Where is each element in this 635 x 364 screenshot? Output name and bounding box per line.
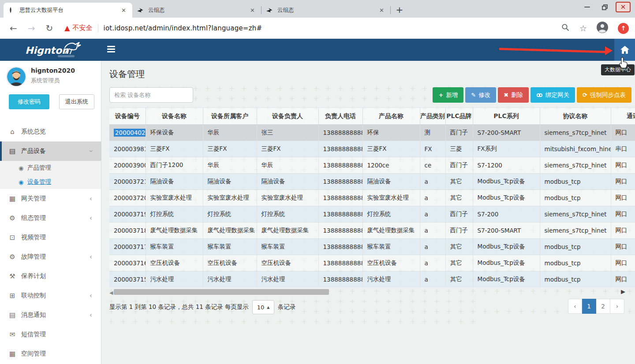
close-button[interactable]: ✕ xyxy=(616,2,631,12)
close-tab-icon[interactable]: ✕ xyxy=(377,7,386,14)
table-cell: 污水处理 xyxy=(257,271,318,288)
table-row[interactable]: 200003716空压机设备空压机设备空压机设备13888888888空压机设备… xyxy=(109,255,635,271)
column-header[interactable]: 协议名称 xyxy=(540,108,611,125)
table-cell: 隔油设备 xyxy=(146,174,203,190)
reload-icon[interactable]: ↻ xyxy=(46,23,53,33)
table-cell: S7-200-SMART xyxy=(473,125,540,141)
back-icon[interactable]: ← xyxy=(10,23,17,33)
add-button[interactable]: +新增 xyxy=(433,87,463,103)
table-row[interactable]: 200003720实验室废水处理实验室废水处理实验室废水处理1388888888… xyxy=(109,190,635,206)
table-row[interactable]: 200003900西门子1200华辰华辰138888888881200cece西… xyxy=(109,157,635,174)
sidebar-item-linkage-control[interactable]: ⊞联动控制‹ xyxy=(0,286,101,305)
column-header[interactable]: 设备负责人 xyxy=(257,108,318,125)
bird-favicon xyxy=(266,7,274,13)
pagination-info-suffix: 条记录 xyxy=(278,303,296,311)
hscroll-right-icon[interactable]: ▶ xyxy=(621,288,625,295)
security-warning-icon[interactable]: ▲ xyxy=(64,24,70,32)
column-header[interactable]: 设备名称 xyxy=(146,108,203,125)
table-cell: 200003900 xyxy=(109,157,146,174)
column-header[interactable]: 设备编号 xyxy=(109,108,146,125)
table-cell: 网口 xyxy=(611,157,635,174)
logout-button[interactable]: 退出系统 xyxy=(59,94,94,109)
restore-button[interactable] xyxy=(598,2,611,12)
sidebar-item-message-notify[interactable]: ▤消息通知‹ xyxy=(0,305,101,325)
close-tab-icon[interactable]: ✕ xyxy=(120,7,128,14)
table-cell: 空压机设备 xyxy=(257,255,318,271)
address-text[interactable]: iot.idosp.net/admin/index.html?language=… xyxy=(104,24,262,32)
sidebar-subitem-label: 设备管理 xyxy=(27,178,51,186)
page-button[interactable]: 1 xyxy=(582,299,596,314)
column-header[interactable]: 设备所属客户 xyxy=(203,108,257,125)
table-row[interactable]: 200003719灯控系统灯控系统灯控系统13888888888灯控系统a西门子… xyxy=(109,206,635,223)
sidebar-item-product-manage[interactable]: ◉产品管理 xyxy=(0,161,101,175)
table-cell: Modbus_Tcp设备 xyxy=(473,174,540,190)
column-header[interactable]: 通讯 xyxy=(611,108,635,125)
sidebar-submenu: ◉产品管理◉设备管理 xyxy=(0,161,101,189)
hscroll-left-icon[interactable]: ◀ xyxy=(109,290,113,296)
table-row[interactable]: 200003981三菱FX三菱FX三菱FX13888888888三菱FXFX三菱… xyxy=(109,141,635,157)
table-cell: 三菱FX xyxy=(362,141,420,157)
sidebar-item-sms-manage[interactable]: ✉短信管理 xyxy=(0,325,101,344)
table-cell: 其它 xyxy=(445,239,473,255)
avatar[interactable] xyxy=(6,67,26,87)
column-header[interactable]: PLC品牌 xyxy=(445,108,473,125)
bind-gateway-button[interactable]: 绑定网关 xyxy=(530,87,575,103)
sidebar-item-label: 网关管理 xyxy=(21,195,46,203)
column-header[interactable]: 产品类别 xyxy=(420,108,445,125)
new-tab-button[interactable]: + xyxy=(393,4,406,16)
sidebar-item-maintenance-plan[interactable]: ⚒保养计划 xyxy=(0,267,101,286)
search-input[interactable] xyxy=(109,87,193,103)
browser-tab[interactable]: 云组态✕ xyxy=(132,3,261,18)
sidebar-item-system-overview[interactable]: ⌂系统总览 xyxy=(0,122,101,141)
column-header[interactable]: PLC系列 xyxy=(473,108,540,125)
close-tab-icon[interactable]: ✕ xyxy=(248,7,257,14)
sidebar-toggle-icon[interactable] xyxy=(107,46,116,54)
browser-tab[interactable]: 云组态✕ xyxy=(261,3,390,18)
forward-icon[interactable]: → xyxy=(28,23,35,33)
table-row[interactable]: 200003718废气处理数据采集废气处理数据采集废气处理数据采集1388888… xyxy=(109,223,635,239)
envelope-icon: ✉ xyxy=(8,331,17,338)
page-size-select[interactable]: 10 ▲ xyxy=(252,300,274,314)
hscroll-thumb[interactable] xyxy=(114,289,329,295)
table-cell: Modbus_Tcp设备 xyxy=(473,271,540,288)
column-header[interactable]: 负责人电话 xyxy=(318,108,362,125)
table-row[interactable]: 200003715污水处理污水处理污水处理13888888888污水处理a其它M… xyxy=(109,271,635,288)
sidebar-item-label: 保养计划 xyxy=(21,272,46,280)
edit-button[interactable]: ✎修改 xyxy=(465,87,496,103)
minimize-button[interactable] xyxy=(580,2,594,12)
table-cell: 网口 xyxy=(611,190,635,206)
table-cell: 实验室废水处理 xyxy=(203,190,257,206)
browser-tab[interactable]: 思普云大数据平台✕ xyxy=(4,3,132,18)
next-page-button[interactable]: › xyxy=(610,299,624,314)
sidebar-item-video-manage[interactable]: ⊡视频管理 xyxy=(0,228,101,247)
table-cell: a xyxy=(420,271,445,288)
table-cell: 张三 xyxy=(257,125,318,141)
page-button[interactable]: 2 xyxy=(596,299,610,314)
change-password-button[interactable]: 修改密码 xyxy=(9,94,49,109)
table-row[interactable]: 200003717猴车装置猴车装置猴车装置13888888888猴车装置a其它M… xyxy=(109,239,635,255)
table-cell: 西门子 xyxy=(445,223,473,239)
sitemap-icon: ⊞ xyxy=(8,292,17,300)
column-header[interactable]: 产品名称 xyxy=(362,108,420,125)
sidebar-item-device-manage[interactable]: ◉设备管理 xyxy=(0,175,101,189)
sidebar-item-product-device[interactable]: ▤产品设备‹ xyxy=(0,141,101,161)
table-row[interactable]: 200004029环保设备华辰张三13888888888环保测西门子S7-200… xyxy=(109,125,635,141)
table-cell: 猴车装置 xyxy=(146,239,203,255)
profile-avatar-icon[interactable] xyxy=(597,22,608,35)
delete-button[interactable]: ✖删除 xyxy=(498,87,529,103)
sidebar-item-gateway-manage[interactable]: ▦网关管理‹ xyxy=(0,189,101,208)
app-favicon xyxy=(8,7,16,14)
bookmark-star-icon[interactable]: ☆ xyxy=(579,23,587,33)
security-warning-label[interactable]: 不安全 xyxy=(73,24,93,32)
zoom-icon[interactable] xyxy=(561,23,570,33)
prev-page-button[interactable]: ‹ xyxy=(568,299,582,314)
browser-update-icon[interactable]: ↑ xyxy=(618,23,629,34)
sidebar-item-label: 产品设备 xyxy=(21,147,46,155)
sidebar-item-space-manage[interactable]: ▦空间管理 xyxy=(0,344,101,364)
modules-icon: ▦ xyxy=(8,195,17,203)
sidebar-item-fault-manage[interactable]: ⚙故障管理‹ xyxy=(0,247,101,267)
table-row[interactable]: 200003721隔油设备隔油设备隔油设备13888888888隔油设备a其它M… xyxy=(109,174,635,190)
force-sync-button[interactable]: ⟳强制同步点表 xyxy=(577,87,631,103)
sidebar-item-label: 视频管理 xyxy=(21,234,46,241)
sidebar-item-scada-manage[interactable]: ⚙组态管理‹ xyxy=(0,208,101,228)
